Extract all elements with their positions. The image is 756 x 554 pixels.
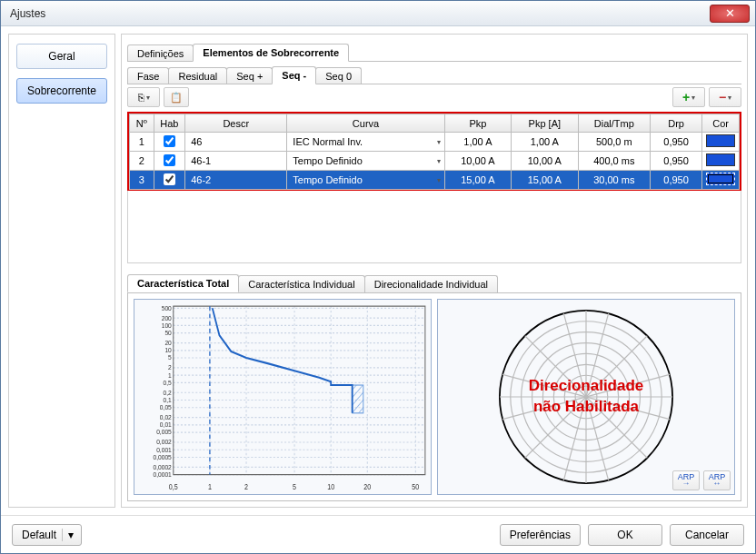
table-row[interactable]: 346-2Tempo Definido▾15,00 A15,00 A30,00 …	[130, 171, 740, 190]
cell-drp[interactable]: 0,950	[651, 171, 702, 190]
arp-to-button[interactable]: ARP→	[672, 470, 700, 490]
svg-text:20: 20	[363, 483, 371, 492]
ok-button[interactable]: OK	[588, 524, 662, 546]
characteristic-panes: 0,51251020505002001005020105210,50,20,10…	[127, 292, 741, 501]
tab-seq-minus[interactable]: Seq -	[272, 66, 316, 84]
table-row[interactable]: 146IEC Normal Inv.▾1,00 A1,00 A500,0 m0,…	[130, 133, 740, 152]
sidebar-item-geral[interactable]: Geral	[16, 44, 107, 69]
paste-button[interactable]: 📋	[164, 87, 189, 107]
col-dial[interactable]: Dial/Tmp	[578, 114, 651, 133]
time-current-chart[interactable]: 0,51251020505002001005020105210,50,20,10…	[134, 299, 432, 495]
cell-pkpA[interactable]: 10,00 A	[512, 152, 578, 171]
cell-num[interactable]: 2	[130, 152, 154, 171]
cell-hab[interactable]	[154, 171, 185, 190]
cell-pkp[interactable]: 10,00 A	[444, 152, 511, 171]
sidebar-item-sobrecorrente[interactable]: Sobrecorrente	[16, 78, 107, 104]
cell-curva[interactable]: Tempo Definido▾	[287, 171, 444, 190]
col-drp[interactable]: Drp	[651, 114, 702, 133]
cell-hab[interactable]	[154, 133, 185, 152]
cell-pkp[interactable]: 15,00 A	[444, 171, 511, 190]
characteristic-section: Característica Total Característica Indi…	[127, 272, 741, 501]
cell-hab[interactable]	[154, 152, 185, 171]
svg-rect-31	[353, 385, 363, 413]
cell-dial[interactable]: 400,0 ms	[578, 152, 651, 171]
cell-descr[interactable]: 46-1	[185, 152, 287, 171]
chevron-down-icon[interactable]: ▾	[62, 529, 79, 541]
remove-row-button[interactable]: −▾	[709, 87, 741, 107]
cell-descr[interactable]: 46	[185, 133, 287, 152]
tab-elementos-sobrecorrente[interactable]: Elementos de Sobrecorrente	[193, 44, 349, 62]
svg-text:50: 50	[412, 483, 419, 492]
cell-pkpA[interactable]: 1,00 A	[512, 133, 578, 152]
cell-curva[interactable]: Tempo Definido▾	[287, 152, 444, 171]
copy-dropdown-button[interactable]: ⎘▾	[127, 87, 160, 107]
cell-cor[interactable]	[702, 171, 740, 190]
svg-text:0,05: 0,05	[160, 403, 172, 412]
main-tabs: Definições Elementos de Sobrecorrente	[127, 40, 741, 62]
hab-checkbox[interactable]	[164, 173, 175, 185]
cell-curva[interactable]: IEC Normal Inv.▾	[287, 133, 444, 152]
chevron-down-icon[interactable]: ▾	[437, 157, 441, 165]
arp-swap-button[interactable]: ARP↔	[703, 470, 731, 490]
cell-descr[interactable]: 46-2	[185, 171, 287, 190]
default-button[interactable]: Default ▾	[12, 524, 82, 546]
col-num[interactable]: Nº	[130, 114, 154, 133]
tab-caracteristica-total[interactable]: Característica Total	[127, 274, 239, 292]
table-row[interactable]: 246-1Tempo Definido▾10,00 A10,00 A400,0 …	[130, 152, 740, 171]
directionality-polar-chart[interactable]: Direcionalidade não Habilitada ARP→ ARP↔	[437, 299, 735, 495]
tab-label: Seq +	[236, 71, 263, 82]
tab-residual[interactable]: Residual	[168, 67, 227, 84]
arrow-right-icon: →	[682, 480, 691, 487]
svg-text:1: 1	[208, 483, 212, 492]
svg-text:0,0005: 0,0005	[154, 452, 172, 461]
cell-dial[interactable]: 30,00 ms	[578, 171, 651, 190]
cell-drp[interactable]: 0,950	[651, 133, 702, 152]
tab-label: Elementos de Sobrecorrente	[203, 47, 339, 58]
elements-table: Nº Hab Descr Curva Pkp Pkp [A] Dial/Tmp …	[129, 114, 740, 190]
grid-toolbar: ⎘▾ 📋 +▾ −▾	[127, 84, 741, 110]
close-icon: ✕	[725, 6, 735, 20]
table-header-row: Nº Hab Descr Curva Pkp Pkp [A] Dial/Tmp …	[130, 114, 740, 133]
svg-text:2: 2	[244, 483, 248, 492]
hab-checkbox[interactable]	[164, 154, 175, 166]
chevron-down-icon[interactable]: ▾	[437, 138, 441, 146]
col-hab[interactable]: Hab	[154, 114, 185, 133]
tab-label: Direcionalidade Individual	[374, 279, 488, 290]
cell-dial[interactable]: 500,0 m	[578, 133, 651, 152]
col-pkp[interactable]: Pkp	[444, 114, 511, 133]
tab-seq-plus[interactable]: Seq +	[226, 67, 273, 84]
hab-checkbox[interactable]	[164, 135, 175, 147]
col-cor[interactable]: Cor	[702, 114, 740, 133]
tab-label: Característica Individual	[248, 279, 354, 290]
tab-seq-zero[interactable]: Seq 0	[315, 67, 362, 84]
cell-cor[interactable]	[702, 152, 740, 171]
add-row-button[interactable]: +▾	[672, 87, 705, 107]
paste-icon: 📋	[170, 92, 183, 104]
chevron-down-icon: ▾	[146, 94, 150, 102]
tab-direcionalidade-individual[interactable]: Direcionalidade Individual	[364, 275, 498, 292]
tab-definicoes[interactable]: Definições	[127, 45, 194, 62]
cell-cor[interactable]	[702, 133, 740, 152]
col-curva[interactable]: Curva	[287, 114, 444, 133]
close-button[interactable]: ✕	[710, 5, 750, 23]
svg-text:0,5: 0,5	[169, 483, 178, 492]
svg-text:10: 10	[327, 483, 334, 492]
cell-pkp[interactable]: 1,00 A	[444, 133, 511, 152]
tab-caracteristica-individual[interactable]: Característica Individual	[238, 275, 364, 292]
chevron-down-icon[interactable]: ▾	[437, 176, 441, 184]
minus-icon: −	[719, 90, 726, 104]
col-pkpA[interactable]: Pkp [A]	[512, 114, 578, 133]
preferences-button[interactable]: Preferências	[500, 524, 581, 546]
dialog-footer: Default ▾ Preferências OK Cancelar	[1, 515, 755, 553]
tab-label: Seq 0	[325, 71, 352, 82]
cell-num[interactable]: 1	[130, 133, 154, 152]
col-descr[interactable]: Descr	[185, 114, 287, 133]
tab-label: Residual	[178, 71, 217, 82]
cancel-button[interactable]: Cancelar	[670, 524, 744, 546]
tab-fase[interactable]: Fase	[127, 67, 169, 84]
cell-drp[interactable]: 0,950	[651, 152, 702, 171]
tab-label: Característica Total	[137, 278, 229, 289]
cell-num[interactable]: 3	[130, 171, 154, 190]
swap-icon: ↔	[713, 480, 721, 487]
cell-pkpA[interactable]: 15,00 A	[512, 171, 578, 190]
